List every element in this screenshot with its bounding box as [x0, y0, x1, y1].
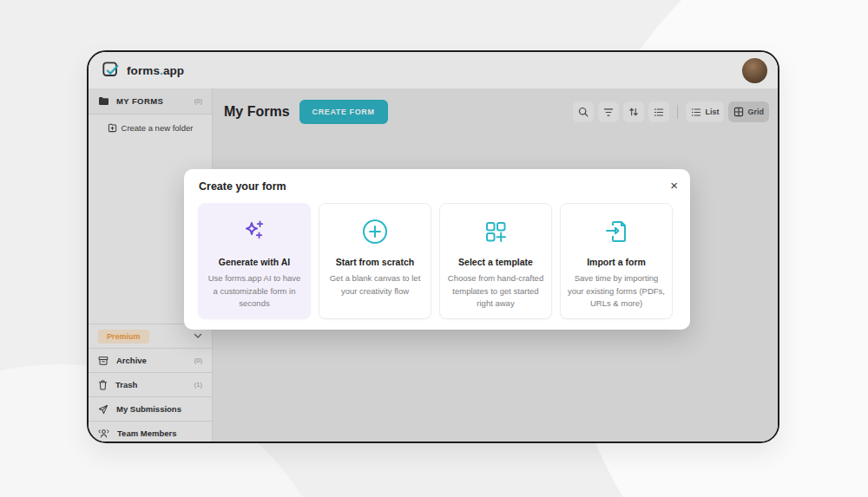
app-window: forms.app MY FORMS (0) Create a n: [87, 50, 779, 443]
card-description: Save time by importing your existing for…: [568, 272, 665, 311]
card-title: Generate with AI: [219, 257, 290, 267]
card-title: Import a form: [587, 257, 646, 267]
card-generate-with-ai[interactable]: Generate with AI Use forms.app AI to hav…: [198, 203, 311, 319]
card-description: Get a blank canvas to let your creativit…: [326, 272, 424, 298]
card-start-from-scratch[interactable]: Start from scratch Get a blank canvas to…: [319, 203, 431, 319]
modal-header: Create your form ×: [184, 169, 690, 193]
card-select-a-template[interactable]: Select a template Choose from hand-craft…: [439, 203, 552, 319]
card-description: Choose from hand-crafted templates to ge…: [447, 272, 544, 311]
modal-title: Create your form: [199, 180, 286, 193]
card-title: Start from scratch: [336, 257, 414, 267]
circle-plus-icon: [360, 217, 390, 246]
card-description: Use forms.app AI to have a customizable …: [206, 272, 303, 311]
template-grid-icon: [481, 217, 510, 246]
create-form-modal: Create your form × Generate with AI Use …: [184, 169, 690, 330]
close-icon[interactable]: ×: [670, 180, 678, 191]
card-import-a-form[interactable]: Import a form Save time by importing you…: [560, 203, 673, 319]
card-title: Select a template: [458, 257, 533, 267]
sparkles-icon: [239, 217, 270, 246]
import-file-icon: [602, 217, 631, 246]
create-options: Generate with AI Use forms.app AI to hav…: [184, 193, 690, 319]
